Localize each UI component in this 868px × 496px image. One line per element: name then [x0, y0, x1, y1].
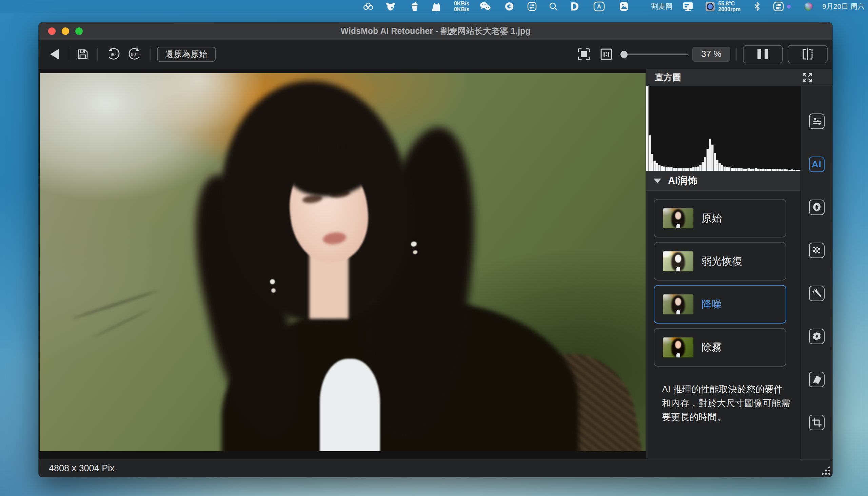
magic-wand-tool-button[interactable] — [809, 285, 825, 301]
image-canvas[interactable] — [39, 69, 646, 459]
photos-icon[interactable] — [619, 0, 629, 13]
denoise-blade-tool-button[interactable] — [809, 329, 825, 344]
title-bar[interactable]: WidsMob AI Retoucher - 割麦网站长大老婆 1.jpg — [39, 22, 833, 40]
ai-section-title: AI润饰 — [668, 174, 698, 188]
compare-pause-button[interactable] — [743, 45, 783, 63]
minimize-button[interactable] — [62, 28, 69, 35]
back-button[interactable] — [47, 49, 62, 60]
split-view-button[interactable] — [788, 45, 828, 63]
jumai-menu-label[interactable]: 割麦网 — [651, 0, 672, 13]
image-dimensions-label: 4808 x 3004 Pix — [49, 463, 115, 474]
photo-preview[interactable] — [40, 73, 646, 451]
notification-dot — [787, 0, 791, 13]
right-panel: 直方圖 AI润饰 原始 — [646, 69, 833, 459]
temperature-readout[interactable]: 55.8°C 2000rpm — [718, 0, 740, 13]
fullscreen-button[interactable] — [75, 28, 83, 35]
fit-screen-button[interactable] — [574, 47, 593, 61]
save-icon — [77, 48, 89, 60]
expand-panel-button[interactable] — [800, 70, 815, 85]
magic-wand-icon — [812, 288, 822, 298]
rotate-left-button[interactable]: 90° — [104, 47, 124, 62]
preset-card-dehaze[interactable]: 除霧 — [654, 328, 786, 367]
preset-card-original[interactable]: 原始 — [654, 199, 786, 237]
content-area: 直方圖 AI润饰 原始 — [39, 69, 833, 459]
save-button[interactable] — [74, 48, 91, 60]
preset-card-lowlight[interactable]: 弱光恢復 — [654, 242, 786, 280]
hair-strand — [91, 308, 152, 339]
histogram-plot — [646, 87, 800, 171]
temp-label: 55.8°C — [718, 1, 735, 6]
portrait-tool-button[interactable] — [809, 200, 825, 215]
tilted-card-icon — [812, 374, 822, 385]
one-to-one-icon — [600, 48, 612, 60]
app-window: WidsMob AI Retoucher - 割麦网站长大老婆 1.jpg 90… — [39, 22, 833, 477]
spotlight-search-icon[interactable] — [549, 0, 558, 13]
toolbar-separator — [97, 48, 98, 61]
preset-thumbnail — [663, 208, 693, 228]
rotate-right-icon: 90° — [127, 47, 142, 62]
milkshake-icon[interactable] — [410, 0, 419, 13]
bluetooth-icon[interactable] — [754, 0, 760, 13]
actual-size-button[interactable] — [597, 48, 615, 60]
ai-section-header[interactable]: AI润饰 — [646, 171, 800, 191]
close-button[interactable] — [48, 28, 56, 35]
face-icon — [812, 202, 822, 213]
toolbar-separator — [736, 48, 737, 61]
rotate-right-button[interactable]: 90° — [124, 47, 145, 62]
menu-clock[interactable]: 9月20日 周六 — [822, 0, 865, 13]
date-label: 9月20日 周六 — [822, 2, 865, 11]
sliders-icon — [812, 116, 822, 126]
window-title: WidsMob AI Retoucher - 割麦网站长大老婆 1.jpg — [39, 26, 833, 36]
rotate-left-icon: 90° — [106, 47, 121, 62]
crop-icon — [812, 417, 822, 428]
input-source-icon[interactable]: A — [593, 0, 605, 13]
cloud-sync-icon[interactable] — [362, 0, 374, 13]
traffic-lights — [39, 28, 83, 35]
svg-text:A: A — [597, 3, 601, 10]
svg-text:90°: 90° — [110, 52, 117, 57]
revert-to-original-button[interactable]: 還原為原始 — [157, 47, 216, 62]
desktop: { "menubar": { "net_up": "0KB/s", "net_d… — [0, 0, 868, 496]
zoom-slider-track[interactable] — [620, 53, 688, 55]
preset-thumbnail — [663, 294, 693, 314]
toolbar-separator — [68, 48, 68, 61]
rpm-label: 2000rpm — [718, 6, 740, 12]
back-icon — [50, 49, 59, 60]
menu-bar: 0KB/s 0KB/s A 割麦网 55.8°C 2000rpm — [0, 0, 868, 13]
crop-tool-button[interactable] — [809, 415, 825, 430]
jumai-text: 割麦网 — [651, 2, 672, 11]
white-collar — [320, 359, 380, 451]
preset-label: 弱光恢復 — [702, 254, 742, 268]
preset-thumbnail — [663, 251, 693, 272]
resize-grip[interactable] — [822, 466, 830, 475]
preset-label: 原始 — [702, 212, 722, 225]
expand-icon — [802, 72, 813, 83]
preset-card-denoise[interactable]: 降噪 — [654, 285, 786, 324]
wechat-icon[interactable] — [479, 0, 491, 13]
pause-icon — [758, 49, 761, 59]
folder-d-icon[interactable] — [570, 0, 579, 13]
zoom-slider-knob[interactable] — [620, 51, 628, 58]
toolbar-separator — [151, 48, 151, 61]
adjustments-tool-button[interactable] — [809, 113, 825, 129]
ai-icon: AI — [812, 159, 822, 170]
ai-retouch-tool-button[interactable]: AI — [809, 156, 825, 172]
display-icon[interactable] — [683, 0, 693, 13]
network-speed[interactable]: 0KB/s 0KB/s — [454, 0, 469, 13]
split-view-icon — [801, 48, 814, 60]
histogram-title: 直方圖 — [655, 72, 681, 83]
fan-temp-icon[interactable] — [706, 0, 715, 13]
zoom-slider[interactable] — [620, 47, 688, 62]
histogram-chart — [646, 87, 800, 171]
tool-strip: AI — [800, 87, 833, 459]
ring-app-icon[interactable] — [505, 0, 514, 13]
blade-icon — [812, 331, 822, 341]
preset-thumbnail — [663, 338, 693, 357]
mosaic-tool-button[interactable] — [809, 243, 825, 258]
cat-icon[interactable] — [432, 0, 441, 13]
cow-icon[interactable] — [386, 0, 396, 13]
straighten-tool-button[interactable] — [809, 372, 825, 387]
siri-icon[interactable] — [804, 0, 813, 13]
preferences-icon[interactable] — [527, 0, 537, 13]
control-center-icon[interactable] — [773, 0, 784, 13]
